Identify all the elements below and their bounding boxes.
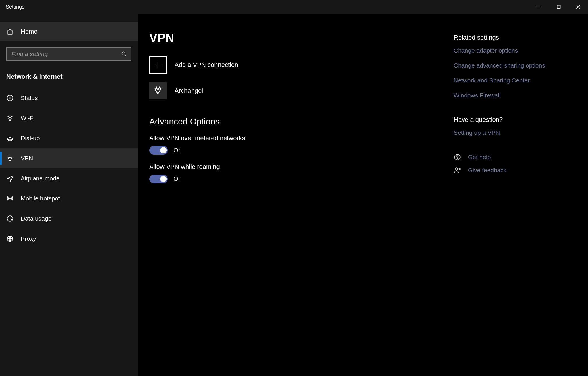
search-wrap xyxy=(0,41,138,67)
svg-point-7 xyxy=(9,97,11,99)
add-vpn-label: Add a VPN connection xyxy=(175,61,238,69)
data-usage-icon xyxy=(6,215,14,222)
sidebar-section-header: Network & Internet xyxy=(0,67,138,83)
sidebar-item-dialup[interactable]: Dial-up xyxy=(0,128,138,148)
link-setup-vpn[interactable]: Setting up a VPN xyxy=(454,129,566,136)
toggle-metered-switch[interactable] xyxy=(149,146,168,155)
titlebar: Settings xyxy=(0,0,588,14)
get-help-icon xyxy=(454,153,461,161)
vpn-connection-icon xyxy=(149,82,167,99)
main-column: VPN Add a VPN connection Archangel Advan… xyxy=(138,14,454,376)
wifi-icon xyxy=(6,114,14,122)
toggle-roaming-switch[interactable] xyxy=(149,175,168,183)
sidebar-item-data-usage[interactable]: Data usage xyxy=(0,209,138,229)
search-input-container[interactable] xyxy=(6,47,131,61)
sidebar-nav: Status Wi-Fi Dial-up VPN Airplane mode M… xyxy=(0,83,138,249)
sidebar-home-label: Home xyxy=(21,28,38,35)
minimize-icon xyxy=(537,5,541,9)
give-feedback-label: Give feedback xyxy=(468,167,506,174)
proxy-icon xyxy=(6,235,14,242)
get-help-label: Get help xyxy=(468,154,491,161)
sidebar-item-vpn[interactable]: VPN xyxy=(0,148,138,168)
window-controls xyxy=(529,0,588,14)
feedback-icon xyxy=(454,167,461,174)
plus-icon xyxy=(149,56,167,74)
link-adapter-options[interactable]: Change adapter options xyxy=(454,47,566,54)
svg-point-9 xyxy=(8,140,9,140)
toggle-metered: Allow VPN over metered networks On xyxy=(149,134,442,155)
toggle-roaming-state: On xyxy=(173,175,182,183)
sidebar-item-label: Status xyxy=(21,95,38,101)
svg-point-18 xyxy=(457,159,458,159)
sidebar-item-label: Proxy xyxy=(21,235,36,242)
give-feedback-row[interactable]: Give feedback xyxy=(454,167,566,174)
svg-point-19 xyxy=(455,168,458,170)
link-advanced-sharing[interactable]: Change advanced sharing options xyxy=(454,62,566,69)
home-icon xyxy=(6,28,14,35)
hotspot-icon xyxy=(6,195,14,202)
vpn-connection-row[interactable]: Archangel xyxy=(149,82,442,99)
related-heading: Related settings xyxy=(454,34,566,41)
sidebar-item-label: Dial-up xyxy=(21,135,40,142)
vpn-connection-name: Archangel xyxy=(175,87,203,95)
toggle-roaming: Allow VPN while roaming On xyxy=(149,163,442,183)
sidebar: Home Network & Internet Status Wi-Fi xyxy=(0,14,138,376)
sidebar-item-airplane[interactable]: Airplane mode xyxy=(0,168,138,188)
sidebar-item-label: Wi-Fi xyxy=(21,115,35,122)
sidebar-item-label: Mobile hotspot xyxy=(21,195,60,202)
svg-line-5 xyxy=(125,55,126,56)
question-group: Have a question? Setting up a VPN xyxy=(454,116,566,136)
sidebar-item-label: Airplane mode xyxy=(21,175,59,182)
close-button[interactable] xyxy=(568,0,588,14)
add-vpn-row[interactable]: Add a VPN connection xyxy=(149,56,442,74)
sidebar-item-label: VPN xyxy=(21,155,33,162)
right-column: Related settings Change adapter options … xyxy=(454,14,574,376)
close-icon xyxy=(576,5,580,9)
window-title: Settings xyxy=(0,4,24,10)
advanced-heading: Advanced Options xyxy=(149,117,442,126)
maximize-icon xyxy=(557,5,561,9)
status-icon xyxy=(6,94,14,102)
airplane-icon xyxy=(6,175,14,182)
svg-rect-1 xyxy=(557,5,560,9)
toggle-metered-state: On xyxy=(173,146,182,154)
svg-point-10 xyxy=(9,140,10,140)
toggle-roaming-label: Allow VPN while roaming xyxy=(149,163,442,171)
get-help-row[interactable]: Get help xyxy=(454,153,566,161)
sidebar-item-proxy[interactable]: Proxy xyxy=(0,229,138,249)
svg-point-8 xyxy=(10,120,10,121)
sidebar-item-wifi[interactable]: Wi-Fi xyxy=(0,108,138,128)
dialup-icon xyxy=(6,134,14,142)
sidebar-item-label: Data usage xyxy=(21,215,51,222)
svg-point-12 xyxy=(9,198,11,199)
page-title: VPN xyxy=(149,31,442,45)
question-heading: Have a question? xyxy=(454,116,566,124)
minimize-button[interactable] xyxy=(529,0,549,14)
related-settings-group: Related settings Change adapter options … xyxy=(454,34,566,99)
sidebar-home[interactable]: Home xyxy=(0,22,138,41)
search-icon xyxy=(121,51,127,57)
link-windows-firewall[interactable]: Windows Firewall xyxy=(454,92,566,99)
content-area: VPN Add a VPN connection Archangel Advan… xyxy=(138,14,588,376)
vpn-icon xyxy=(6,155,14,162)
svg-point-6 xyxy=(7,95,13,101)
sidebar-item-status[interactable]: Status xyxy=(0,88,138,108)
maximize-button[interactable] xyxy=(549,0,568,14)
link-network-sharing-center[interactable]: Network and Sharing Center xyxy=(454,77,566,84)
svg-point-11 xyxy=(11,140,12,140)
search-input[interactable] xyxy=(7,51,131,57)
sidebar-item-hotspot[interactable]: Mobile hotspot xyxy=(0,188,138,209)
toggle-metered-label: Allow VPN over metered networks xyxy=(149,134,442,142)
